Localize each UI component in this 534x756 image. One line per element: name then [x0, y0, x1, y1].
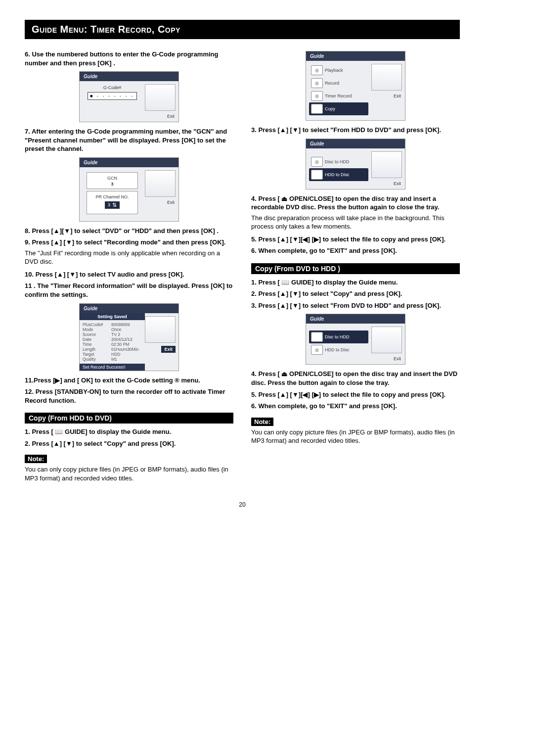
- guide-header: Guide: [80, 72, 178, 81]
- preview-thumb: [145, 84, 176, 111]
- setting-table: PlusCode#80098009ModeOnceSourceTV 2Date2…: [80, 320, 145, 364]
- guide-header: Guide: [80, 304, 178, 313]
- setting-row: PlusCode#80098009: [83, 322, 142, 327]
- setting-row: QualityM1: [83, 357, 142, 362]
- preview-thumb: [145, 316, 176, 343]
- exit-label[interactable]: Exit: [371, 181, 402, 186]
- guide-main-menu: Guide ◎Playback◎Record◎Timer Record◎Copy…: [306, 51, 405, 121]
- r-step-5: 5. Press [▲] [▼][◀] [▶] to select the fi…: [251, 235, 460, 244]
- setting-row: Date2004/12/13: [83, 337, 142, 342]
- d-step-2: 2. Press [▲] [▼] to select "Copy" and pr…: [251, 289, 460, 298]
- menu-item[interactable]: ◎Disc to HDD: [309, 155, 368, 168]
- exit-button[interactable]: Exit: [161, 346, 176, 353]
- guide-header: Guide: [306, 51, 405, 61]
- step-9: 9. Press [▲] [▼] to select "Recording mo…: [25, 238, 233, 247]
- stepper-icon: ⇅: [112, 202, 117, 208]
- preview-thumb: [371, 151, 402, 178]
- gcn-label: GCN: [87, 176, 137, 181]
- guide-copy-dir-2: Guide ◎Disc to HDD◎HDD to Disc Exit: [306, 314, 405, 365]
- exit-label[interactable]: Exit: [371, 94, 402, 98]
- guide-copy-dir-1: Guide ◎Disc to HDD◎HDD to Disc Exit: [306, 139, 405, 189]
- gcn-value: 3: [87, 182, 137, 187]
- setting-row: Length01Hours30Min: [83, 347, 142, 352]
- menu-item[interactable]: ◎HDD to Disc: [309, 168, 368, 181]
- menu-icon: ◎: [311, 91, 323, 101]
- menu-item-label: HDD to Disc: [325, 172, 350, 177]
- setting-row: TargetHDD: [83, 352, 142, 357]
- pr-value: 3: [108, 202, 110, 207]
- step-6: 6. Use the numbered buttons to enter the…: [25, 50, 233, 67]
- step-7: 7. After entering the G-Code programming…: [25, 127, 233, 153]
- d-step-3: 3. Press [▲] [▼] to select "From DVD to …: [251, 301, 460, 310]
- setting-row: ModeOnce: [83, 327, 142, 332]
- d-step-1: 1. Press [ 📖 GUIDE] to display the Guide…: [251, 278, 460, 287]
- menu-item[interactable]: ◎HDD to Disc: [309, 343, 368, 356]
- page-title: Guide Menu: Timer Record, Copy: [25, 20, 460, 39]
- section-copy-hdd-dvd: Copy (From HDD to DVD): [25, 413, 233, 424]
- step-9-note: The "Just Fit" recording mode is only ap…: [25, 249, 233, 266]
- guide-header: Guide: [80, 158, 178, 167]
- menu-item-label: Disc to HDD: [325, 159, 350, 164]
- step-11a: 11 . The "Timer Record information" will…: [25, 282, 233, 299]
- guide-header: Guide: [306, 314, 405, 324]
- menu-icon: ◎: [311, 332, 323, 342]
- d-step-5: 5. Press [▲] [▼][◀] [▶] to select the fi…: [251, 390, 460, 399]
- exit-label[interactable]: Exit: [145, 200, 176, 205]
- section-copy-dvd-hdd: Copy (From DVD to HDD ): [251, 263, 460, 274]
- gcode-label: G-Code#: [83, 85, 142, 90]
- step-8: 8. Press [▲][▼] to select "DVD" or "HDD"…: [25, 227, 233, 236]
- menu-icon: ◎: [311, 157, 323, 167]
- d-step-6: 6. When complete, go to "EXIT" and press…: [251, 402, 460, 411]
- setting-title: Setting Saved: [80, 313, 145, 320]
- menu-icon: ◎: [311, 170, 323, 180]
- menu-item-label: Record: [325, 81, 339, 86]
- preview-thumb: [371, 64, 402, 91]
- guide-header: Guide: [306, 139, 405, 148]
- hdd-step-1: 1. Press [ 📖 GUIDE] to display the Guide…: [25, 427, 233, 436]
- hdd-step-2: 2. Press [▲] [▼] to select "Copy" and pr…: [25, 439, 233, 448]
- menu-item-label: Timer Record: [325, 94, 352, 98]
- menu-item[interactable]: ◎Copy: [309, 102, 368, 115]
- r-step-6: 6. When complete, go to "EXIT" and press…: [251, 246, 460, 255]
- menu-item-label: Playback: [325, 68, 343, 73]
- preview-thumb: [371, 327, 402, 353]
- menu-item[interactable]: ◎Disc to HDD: [309, 331, 368, 343]
- note-tag: Note:: [251, 418, 273, 426]
- d-step-4: 4. Press [ ⏏ OPEN/CLOSE] to open the dis…: [251, 370, 460, 387]
- setting-row: Time02:30 PM: [83, 342, 142, 347]
- r-step-3: 3. Press [▲] [▼] to select "From HDD to …: [251, 126, 460, 135]
- menu-item[interactable]: ◎Record: [309, 77, 368, 90]
- menu-item[interactable]: ◎Timer Record: [309, 90, 368, 102]
- menu-icon: ◎: [311, 104, 323, 114]
- note-tag: Note:: [25, 455, 47, 463]
- gcode-input[interactable]: ■ - - - - - - -: [88, 92, 137, 100]
- guide-gcode-entry: Guide G-Code# ■ - - - - - - - Exit: [79, 71, 179, 122]
- note-text: You can only copy picture files (in JPEG…: [251, 428, 460, 445]
- menu-item[interactable]: ◎Playback: [309, 64, 368, 77]
- pr-label: PR Channel NO.: [87, 194, 137, 199]
- r-step-4: 4. Press [ ⏏ OPEN/CLOSE] to open the dis…: [251, 194, 460, 212]
- step-11b: 11.Press [▶] and [ OK] to exit the G-Cod…: [25, 376, 233, 385]
- left-column: 6. Use the numbered buttons to enter the…: [25, 47, 233, 486]
- menu-icon: ◎: [311, 78, 323, 88]
- setting-footer: Set Record Success!!: [80, 364, 145, 371]
- two-column-layout: 6. Use the numbered buttons to enter the…: [25, 47, 460, 486]
- menu-icon: ◎: [311, 345, 323, 355]
- menu-icon: ◎: [311, 65, 323, 75]
- exit-label[interactable]: Exit: [371, 356, 402, 361]
- step-10: 10. Press [▲] [▼] to select TV audio and…: [25, 270, 233, 279]
- page-number: 20: [25, 501, 460, 508]
- menu-item-label: HDD to Disc: [325, 347, 350, 352]
- pr-channel-selector[interactable]: 3 ⇅: [105, 201, 120, 209]
- exit-label[interactable]: Exit: [145, 114, 176, 119]
- r-step-4-note: The disc preparation process will take p…: [251, 214, 460, 231]
- guide-gcn: Guide GCN 3 PR Channel NO. 3 ⇅: [79, 157, 179, 222]
- menu-item-label: Disc to HDD: [325, 334, 350, 339]
- setting-row: SourceTV 2: [83, 332, 142, 337]
- guide-setting-saved: Guide Setting Saved PlusCode#80098009Mod…: [79, 303, 179, 371]
- menu-item-label: Copy: [325, 106, 335, 111]
- step-12: 12. Press [STANDBY-ON] to turn the recor…: [25, 387, 233, 405]
- right-column: Guide ◎Playback◎Record◎Timer Record◎Copy…: [251, 47, 460, 486]
- preview-thumb: [145, 170, 176, 197]
- note-text: You can only copy picture files (in JPEG…: [25, 465, 233, 482]
